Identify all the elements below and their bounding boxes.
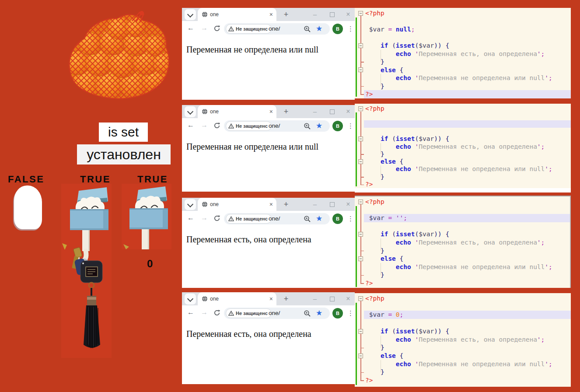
reload-button[interactable] <box>213 122 220 129</box>
browser-menu-icon[interactable]: ⋮ <box>347 122 354 130</box>
code-editor-panel[interactable]: <?php $var = ''; if (isset($var)) { echo… <box>355 196 571 288</box>
url-bar[interactable]: Не защищенс one/ ★ <box>224 308 330 319</box>
tab-search-button[interactable] <box>185 199 196 210</box>
code-editor-panel[interactable]: <?php $var = 0; if (isset($var)) { echo … <box>355 293 571 387</box>
url-text: one/ <box>269 310 280 316</box>
maximize-icon <box>330 297 335 301</box>
url-bar[interactable]: Не защищенс one/ ★ <box>224 213 330 224</box>
fold-marker[interactable] <box>358 329 363 334</box>
forward-button[interactable]: → <box>201 308 208 316</box>
new-tab-button[interactable]: + <box>281 106 291 117</box>
code-token: ' <box>537 50 541 57</box>
bookmark-star-icon[interactable]: ★ <box>316 24 322 33</box>
zoom-magnifier-icon[interactable] <box>304 122 311 130</box>
bookmark-star-icon[interactable]: ★ <box>316 214 322 223</box>
fold-marker[interactable] <box>358 296 363 301</box>
code-editor-panel[interactable]: <?php $var = null; if (isset($var)) { ec… <box>355 8 571 98</box>
fold-marker[interactable] <box>358 136 363 141</box>
code-token <box>396 352 400 359</box>
window-close-button[interactable]: × <box>343 10 353 19</box>
back-button[interactable]: ← <box>187 214 194 222</box>
security-badge[interactable]: Не защищенс <box>226 214 272 224</box>
zoom-magnifier-icon[interactable] <box>304 25 311 33</box>
code-editor-panel[interactable]: <?php if (isset($var)) { echo 'Переменна… <box>355 104 571 192</box>
tab-close-icon[interactable]: × <box>269 10 273 18</box>
new-tab-button[interactable]: + <box>281 199 291 210</box>
fold-marker[interactable] <box>358 106 363 111</box>
profile-avatar[interactable]: B <box>332 24 343 34</box>
window-close-button[interactable]: × <box>343 294 353 304</box>
reload-button[interactable] <box>213 25 220 32</box>
browser-tab[interactable]: one × <box>198 292 276 305</box>
security-badge[interactable]: Не защищенс <box>226 308 272 318</box>
code-token: ; <box>541 50 545 57</box>
fold-marker[interactable] <box>358 354 363 358</box>
security-badge-text: Не защищенс <box>236 123 268 129</box>
zoom-magnifier-icon[interactable] <box>304 310 311 317</box>
window-maximize-button[interactable] <box>327 107 337 117</box>
reload-button[interactable] <box>213 309 220 316</box>
window-minimize-button[interactable]: – <box>310 294 320 304</box>
tab-search-button[interactable] <box>185 294 196 304</box>
forward-button[interactable]: → <box>201 214 208 222</box>
fold-marker[interactable] <box>358 200 363 204</box>
tab-search-button[interactable] <box>185 9 196 20</box>
tab-search-button[interactable] <box>185 106 196 117</box>
back-button[interactable]: ← <box>187 121 194 129</box>
tab-close-icon[interactable]: × <box>269 295 273 303</box>
window-maximize-button[interactable] <box>327 10 337 20</box>
browser-menu-icon[interactable]: ⋮ <box>347 215 354 223</box>
fold-marker[interactable] <box>358 11 363 16</box>
code-token: { <box>445 328 449 335</box>
window-close-button[interactable]: × <box>343 107 353 116</box>
security-badge[interactable]: Не защищенс <box>226 121 272 131</box>
new-tab-button[interactable]: + <box>281 294 291 304</box>
zoom-magnifier-icon[interactable] <box>304 215 311 223</box>
tab-close-icon[interactable]: × <box>269 200 273 208</box>
window-minimize-button[interactable]: – <box>310 200 320 209</box>
browser-menu-icon[interactable]: ⋮ <box>347 25 354 33</box>
fold-marker[interactable] <box>358 43 363 48</box>
globe-icon <box>202 201 208 207</box>
profile-avatar[interactable]: B <box>332 308 343 318</box>
profile-avatar[interactable]: B <box>332 214 343 224</box>
code-token: ' <box>415 239 419 246</box>
page-content: Переменная не определена или null <box>182 37 355 100</box>
window-maximize-button[interactable] <box>327 200 337 210</box>
browser-tab[interactable]: one × <box>198 198 276 211</box>
browser-menu-icon[interactable]: ⋮ <box>347 309 354 317</box>
reload-button[interactable] <box>213 215 220 222</box>
code-token: ( <box>392 42 396 49</box>
chevron-down-icon <box>187 201 193 207</box>
tab-close-icon[interactable]: × <box>269 108 273 116</box>
url-bar[interactable]: Не защищенс one/ ★ <box>224 120 330 132</box>
code-token: ( <box>415 231 419 238</box>
fold-corner-tick <box>360 275 364 276</box>
window-minimize-button[interactable]: – <box>310 107 320 116</box>
bookmark-star-icon[interactable]: ★ <box>316 308 322 318</box>
forward-button[interactable]: → <box>201 24 208 32</box>
code-token: $var <box>419 135 434 142</box>
window-minimize-button[interactable]: – <box>310 10 320 19</box>
url-bar[interactable]: Не защищенс one/ ★ <box>224 23 330 35</box>
new-tab-button[interactable]: + <box>281 9 291 20</box>
back-button[interactable]: ← <box>187 24 194 32</box>
bookmark-star-icon[interactable]: ★ <box>316 121 322 130</box>
browser-tab[interactable]: one × <box>198 105 276 118</box>
security-badge[interactable]: Не защищенс <box>226 24 272 34</box>
browser-toolbar: ← → Не защищенс one/ <box>182 118 355 134</box>
fold-marker[interactable] <box>358 232 363 237</box>
window-close-button[interactable]: × <box>343 200 353 209</box>
fold-line <box>360 164 361 177</box>
change-history-bar <box>356 303 357 385</box>
forward-button[interactable]: → <box>201 121 208 129</box>
fold-marker[interactable] <box>358 256 363 261</box>
window-maximize-button[interactable] <box>327 294 337 304</box>
fold-marker[interactable] <box>358 159 363 164</box>
back-button[interactable]: ← <box>187 308 194 316</box>
profile-avatar[interactable]: B <box>332 121 343 131</box>
browser-tab[interactable]: one × <box>198 8 276 21</box>
fold-marker[interactable] <box>358 67 363 72</box>
code-token: ' <box>537 336 541 343</box>
code-line: echo 'Переменная есть, она определена'; <box>365 238 569 247</box>
